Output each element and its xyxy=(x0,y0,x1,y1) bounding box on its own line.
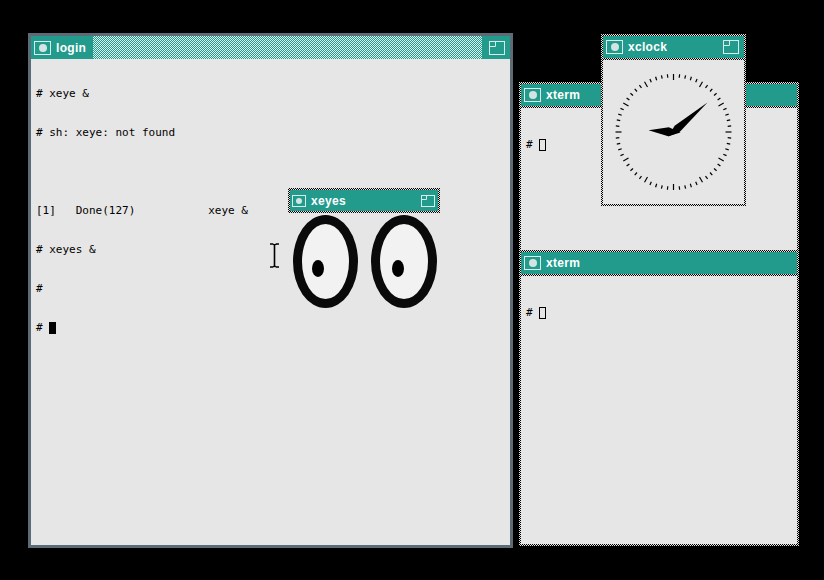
login-terminal[interactable]: # xeye & # sh: xeye: not found [1] Done(… xyxy=(31,59,510,545)
iconify-button[interactable] xyxy=(34,41,51,55)
resize-icon xyxy=(489,41,505,55)
terminal-line: # xeye & xyxy=(36,87,510,100)
terminal-line: # xyxy=(36,282,510,295)
xeyes-frame: xeyes xyxy=(288,188,440,213)
window-title: login xyxy=(56,41,86,55)
resize-icon xyxy=(421,195,435,207)
resize-icon xyxy=(723,40,739,54)
resize-button[interactable] xyxy=(420,193,436,209)
resize-button[interactable] xyxy=(721,39,741,55)
shell-prompt: # xyxy=(526,138,539,151)
window-title: xterm xyxy=(546,88,580,102)
terminal-cursor-hollow xyxy=(539,139,546,151)
analog-clock xyxy=(604,61,743,203)
iconify-button[interactable] xyxy=(292,195,306,207)
xeyes-right-eye xyxy=(371,215,437,308)
xeyes-right-pupil xyxy=(392,260,404,277)
shell-prompt: # xyxy=(36,321,49,334)
window-title: xterm xyxy=(546,256,580,270)
xclock-face xyxy=(603,60,744,204)
iconify-dot-icon xyxy=(529,91,537,99)
terminal-cursor-block xyxy=(49,322,56,334)
window-xclock: xclock xyxy=(601,34,746,206)
iconify-button[interactable] xyxy=(606,40,623,54)
xterm-bottom-titlebar[interactable]: xterm xyxy=(521,252,797,274)
desktop: xterm # xclock xyxy=(0,0,824,580)
shell-prompt: # xyxy=(526,306,539,319)
titlebar-focus-stipple[interactable] xyxy=(93,36,482,59)
window-title: xclock xyxy=(628,40,667,54)
window-login: login # xeye & # sh: xeye: not found [1]… xyxy=(28,33,513,548)
iconify-dot-icon xyxy=(611,43,619,51)
window-xterm-bottom: xterm # xyxy=(519,250,799,546)
terminal-line: # sh: xeye: not found xyxy=(36,126,510,139)
terminal-cursor-hollow xyxy=(539,307,546,319)
xeyes-titlebar[interactable]: xeyes xyxy=(290,190,438,211)
iconify-button[interactable] xyxy=(524,256,541,270)
clock-minute-hand xyxy=(666,99,710,139)
iconify-dot-icon xyxy=(39,44,47,52)
terminal-line xyxy=(36,165,510,178)
xterm-bottom-terminal[interactable]: # xyxy=(521,276,797,544)
i-beam-cursor-icon xyxy=(268,243,281,268)
resize-button[interactable] xyxy=(487,40,507,56)
iconify-dot-icon xyxy=(529,259,537,267)
login-titlebar[interactable]: login xyxy=(31,36,510,59)
xclock-titlebar[interactable]: xclock xyxy=(603,36,744,58)
xeyes-left-eye xyxy=(293,215,358,308)
iconify-dot-icon xyxy=(296,198,302,204)
iconify-button[interactable] xyxy=(524,88,541,102)
window-title: xeyes xyxy=(311,194,346,208)
xeyes-left-pupil xyxy=(312,260,324,277)
